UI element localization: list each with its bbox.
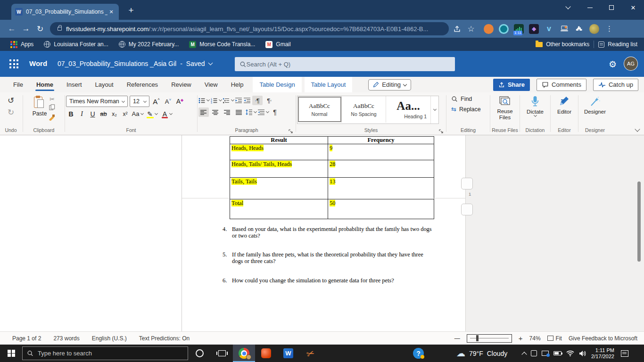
tray-tablet-icon[interactable] (531, 350, 537, 356)
redo-button[interactable]: ↻ (8, 107, 14, 117)
tab-table-design[interactable]: Table Design (253, 77, 301, 92)
zoom-out-button[interactable]: — (454, 335, 460, 342)
comments-button[interactable]: Comments (537, 79, 586, 91)
office-taskbar-button[interactable] (255, 345, 277, 362)
find-button[interactable]: Find (451, 96, 472, 102)
tab-file[interactable]: File (7, 77, 30, 92)
action-center-icon[interactable] (621, 350, 628, 357)
line-spacing-button[interactable] (246, 109, 256, 115)
designer-button[interactable]: Designer (579, 96, 611, 127)
tab-references[interactable]: References (120, 77, 165, 92)
taskbar-search-box[interactable] (22, 346, 188, 360)
highlight-color-button[interactable]: ✎ (145, 108, 159, 119)
styles-dialog-launcher-icon[interactable] (438, 129, 444, 134)
extension-icon-4[interactable]: ◆ (529, 24, 539, 34)
snip-taskbar-button[interactable]: ✂ (299, 345, 322, 362)
word-count[interactable]: 273 words (53, 335, 79, 342)
feedback-link[interactable]: Give Feedback to Microsoft (569, 335, 637, 342)
replace-button[interactable]: ⇆ Replace (451, 106, 481, 113)
word-search-bar[interactable] (235, 57, 455, 71)
tab-layout[interactable]: Layout (89, 77, 120, 92)
tab-search-icon[interactable] (557, 0, 579, 15)
tab-help[interactable]: Help (224, 77, 250, 92)
volume-icon[interactable] (579, 350, 586, 357)
decrease-indent-button[interactable] (235, 98, 242, 103)
bookmark-louisiana[interactable]: Louisiana Foster an... (44, 41, 108, 48)
tray-display-icon[interactable] (542, 351, 549, 356)
bullets-button[interactable] (198, 98, 209, 104)
font-name-combobox[interactable]: Times New Roman (66, 96, 128, 107)
shrink-font-button[interactable]: A˅ (163, 96, 173, 107)
wifi-icon[interactable] (566, 350, 574, 356)
browser-tab[interactable]: W 07_03_Probability_Simulations _A ✕ (11, 4, 119, 20)
close-button[interactable]: ✕ (622, 0, 644, 15)
zoom-slider[interactable] (467, 334, 512, 343)
font-size-combobox[interactable]: 12 (130, 96, 149, 107)
minimize-button[interactable] (579, 0, 601, 15)
paragraph-indent-button[interactable] (258, 109, 269, 115)
subscript-button[interactable]: x₂ (109, 108, 119, 119)
cut-button[interactable]: ✂ (50, 96, 55, 103)
style-normal[interactable]: AaBbCc Normal (297, 96, 342, 123)
task-view-button[interactable] (211, 345, 233, 362)
questions-list[interactable]: 4. Based on your data, what is the exper… (223, 226, 436, 284)
zoom-slider-handle[interactable] (476, 335, 479, 341)
multilevel-list-button[interactable] (223, 98, 234, 104)
extension-timer-icon[interactable]: 1:11 (514, 24, 524, 34)
question-4[interactable]: 4. Based on your data, what is the exper… (223, 226, 436, 239)
results-table[interactable]: Result Frequency Heads, Heads 9 Heads, T… (230, 136, 434, 219)
reading-list[interactable]: Reading list (598, 41, 637, 48)
tab-view[interactable]: View (198, 77, 224, 92)
word-search-input[interactable] (247, 61, 450, 68)
question-6[interactable]: 6. How could you change the simulation t… (223, 278, 436, 284)
chevron-down-icon[interactable] (208, 61, 213, 66)
back-button[interactable]: ← (5, 24, 19, 33)
vimeo-extension-icon[interactable]: v (544, 24, 554, 34)
tab-table-layout[interactable]: Table Layout (305, 77, 353, 92)
fit-button[interactable]: Fit (547, 335, 562, 342)
bookmark-morse[interactable]: M Morse Code Transla... (189, 41, 255, 48)
italic-button[interactable]: I (77, 108, 87, 119)
copy-button[interactable] (49, 104, 55, 113)
extension-icon-2[interactable] (499, 24, 509, 34)
forward-button[interactable]: → (19, 24, 33, 33)
word-taskbar-button[interactable]: W (277, 345, 299, 362)
collapse-ribbon-icon[interactable] (635, 126, 640, 132)
zoom-in-button[interactable]: + (519, 334, 523, 342)
tray-expand-icon[interactable] (521, 352, 527, 357)
app-launcher-icon[interactable] (9, 59, 18, 68)
extensions-puzzle-icon[interactable] (574, 24, 584, 34)
grow-font-button[interactable]: A˄ (151, 96, 161, 107)
tab-home[interactable]: Home (30, 77, 60, 92)
justify-button[interactable] (234, 107, 244, 117)
tab-review[interactable]: Review (165, 77, 198, 92)
settings-gear-icon[interactable]: ⚙ (609, 59, 617, 70)
column-header[interactable]: Frequency (328, 137, 434, 144)
style-heading-1[interactable]: Aa... Heading 1 (386, 96, 430, 123)
profile-avatar-icon[interactable] (589, 24, 599, 34)
comment-anchor[interactable] (461, 178, 473, 189)
bookmark-star-icon[interactable]: ☆ (465, 23, 477, 35)
change-case-button[interactable]: Aa (131, 108, 144, 119)
editor-button[interactable]: Editor (552, 96, 577, 127)
align-right-button[interactable] (222, 107, 232, 117)
other-bookmarks[interactable]: Other bookmarks (536, 41, 589, 48)
rtl-paragraph-button[interactable]: ¶‹ (264, 96, 274, 105)
bookmark-apps[interactable]: Apps (10, 41, 33, 48)
dictate-button[interactable]: Dictate (521, 96, 549, 127)
document-page[interactable]: Result Frequency Heads, Heads 9 Heads, T… (182, 135, 466, 331)
column-header[interactable]: Result (230, 137, 328, 144)
maximize-button[interactable] (601, 0, 622, 15)
bookmark-february[interactable]: My 2022 February... (119, 41, 179, 48)
extension-laptop-icon[interactable] (559, 24, 569, 34)
browser-menu-icon[interactable]: ⋮ (604, 24, 614, 34)
taskbar-search-input[interactable] (38, 350, 183, 357)
share-button[interactable]: Share (493, 79, 530, 91)
weather-widget[interactable]: ☁ 79°F Cloudy (456, 345, 507, 362)
new-tab-button[interactable]: + (125, 5, 137, 16)
bookmark-gmail[interactable]: M Gmail (265, 41, 290, 48)
tab-insert[interactable]: Insert (60, 77, 89, 92)
format-painter-button[interactable] (49, 114, 55, 123)
catch-up-button[interactable]: Catch up (593, 79, 638, 91)
show-formatting-marks-button[interactable]: ¶ (270, 107, 280, 117)
